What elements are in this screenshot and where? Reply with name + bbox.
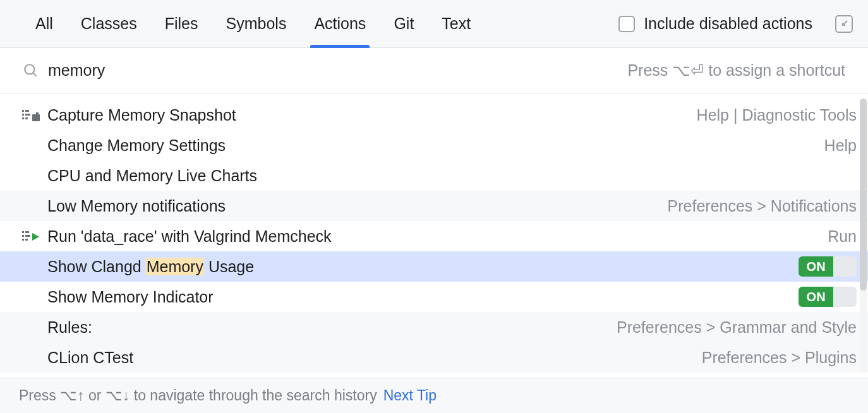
search-input[interactable] (48, 61, 627, 80)
result-label: Run 'data_race' with Valgrind Memcheck (47, 227, 828, 246)
tab-git[interactable]: Git (394, 0, 414, 47)
result-label: Show Clangd Memory Usage (47, 258, 799, 276)
results-list[interactable]: Capture Memory SnapshotHelp | Diagnostic… (0, 93, 868, 378)
svg-rect-6 (25, 114, 30, 116)
svg-rect-3 (22, 114, 24, 116)
tab-strip: AllClassesFilesSymbolsActionsGitText (13, 0, 471, 47)
run-icon (20, 227, 42, 246)
open-in-tool-window-icon (840, 20, 848, 28)
svg-rect-15 (25, 239, 28, 241)
tab-all[interactable]: All (35, 0, 53, 47)
search-icon (23, 63, 39, 79)
result-item[interactable]: CLion CTestPreferences > Plugins (0, 342, 868, 373)
result-context: Help (824, 136, 857, 155)
result-context: Help | Diagnostic Tools (697, 106, 857, 124)
blank-icon (20, 136, 42, 155)
include-disabled-label[interactable]: Include disabled actions (644, 15, 812, 33)
tab-text[interactable]: Text (442, 0, 471, 47)
result-context: Preferences > Notifications (668, 197, 857, 215)
result-item[interactable]: Low Memory notificationsPreferences > No… (0, 191, 868, 221)
toggle-on-off[interactable]: ON (799, 256, 857, 277)
result-item[interactable]: Show Clangd Memory UsageON (0, 251, 868, 282)
result-label: Rules: (47, 318, 617, 337)
svg-rect-12 (22, 239, 24, 241)
svg-rect-13 (25, 231, 29, 233)
svg-rect-4 (22, 117, 24, 119)
search-everywhere-popup: AllClassesFilesSymbolsActionsGitText Inc… (0, 0, 868, 413)
result-item[interactable]: Capture Memory SnapshotHelp | Diagnostic… (0, 100, 868, 130)
svg-rect-7 (25, 117, 28, 119)
result-label: Change Memory Settings (47, 136, 824, 155)
blank-icon (20, 196, 42, 215)
scrollbar-thumb[interactable] (860, 99, 867, 290)
svg-line-1 (33, 73, 36, 76)
result-context: Run (828, 227, 857, 246)
header-right: Include disabled actions (618, 15, 853, 33)
result-label: CLion CTest (47, 349, 702, 367)
blank-icon (20, 166, 42, 185)
include-disabled-checkbox[interactable] (618, 16, 635, 32)
blank-icon (20, 257, 42, 276)
result-context: Preferences > Plugins (702, 349, 857, 367)
result-item[interactable]: Change Memory SettingsHelp (0, 130, 868, 160)
result-label: Low Memory notifications (47, 197, 668, 215)
toggle-on-off[interactable]: ON (799, 287, 857, 307)
assign-shortcut-hint: Press ⌥⏎ to assign a shortcut (627, 61, 845, 80)
svg-rect-10 (22, 231, 24, 233)
result-item[interactable]: Run 'data_race' with Valgrind MemcheckRu… (0, 221, 868, 251)
results-container: Capture Memory SnapshotHelp | Diagnostic… (0, 93, 868, 378)
header-bar: AllClassesFilesSymbolsActionsGitText Inc… (0, 0, 868, 48)
svg-rect-2 (22, 110, 24, 112)
blank-icon (20, 318, 42, 337)
tab-classes[interactable]: Classes (81, 0, 137, 47)
svg-rect-5 (25, 110, 29, 112)
result-item[interactable]: Rules:Preferences > Grammar and Style (0, 312, 868, 342)
blank-icon (20, 287, 42, 306)
result-context: Preferences > Grammar and Style (617, 318, 857, 337)
svg-rect-14 (25, 235, 30, 237)
footer-hint: Press ⌥↑ or ⌥↓ to navigate through the s… (19, 387, 377, 404)
svg-rect-11 (22, 235, 24, 237)
tab-files[interactable]: Files (165, 0, 198, 47)
tab-symbols[interactable]: Symbols (226, 0, 287, 47)
result-item[interactable]: CPU and Memory Live Charts (0, 160, 868, 191)
result-item[interactable]: Show Memory IndicatorON (0, 282, 868, 312)
result-label: Show Memory Indicator (47, 288, 799, 306)
footer-bar: Press ⌥↑ or ⌥↓ to navigate through the s… (0, 378, 868, 413)
snapshot-icon (20, 105, 42, 124)
result-label: Capture Memory Snapshot (47, 106, 697, 124)
svg-rect-8 (32, 114, 40, 121)
blank-icon (20, 348, 42, 367)
scrollbar-track[interactable] (860, 99, 867, 373)
svg-rect-9 (36, 112, 39, 115)
next-tip-link[interactable]: Next Tip (383, 387, 437, 404)
tab-actions[interactable]: Actions (314, 0, 366, 47)
svg-point-0 (25, 64, 34, 74)
open-in-tool-window-button[interactable] (835, 15, 853, 33)
result-label: CPU and Memory Live Charts (47, 167, 857, 185)
search-row: Press ⌥⏎ to assign a shortcut (0, 48, 868, 93)
